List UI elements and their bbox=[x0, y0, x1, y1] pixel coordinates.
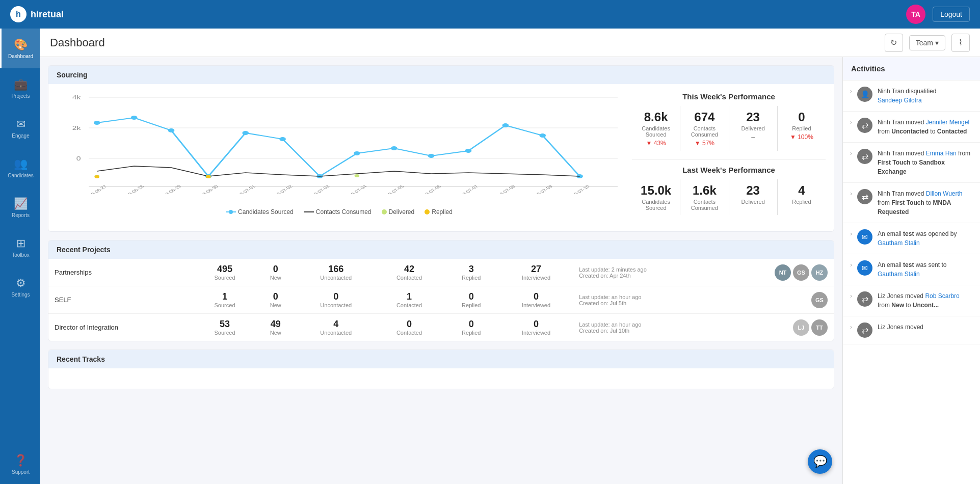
svg-point-38 bbox=[94, 175, 99, 178]
activity-link[interactable]: Rob Scarbro bbox=[925, 292, 959, 300]
activity-item[interactable]: › ⇄ Liz Jones moved Rob Scarbro from New… bbox=[843, 285, 980, 316]
svg-text:2018-06-28: 2018-06-28 bbox=[120, 184, 145, 194]
this-week-candidates-value: 8.6k bbox=[634, 110, 678, 124]
team-dropdown-button[interactable]: Team ▾ bbox=[909, 35, 945, 50]
svg-point-11 bbox=[242, 131, 249, 135]
user-avatar[interactable]: TA bbox=[906, 5, 925, 24]
svg-point-9 bbox=[168, 128, 175, 132]
recent-tracks-card: Recent Tracks bbox=[48, 349, 834, 389]
avatar-nt: NT bbox=[775, 264, 791, 281]
activity-text: An email test was opened by Gautham Stal… bbox=[878, 229, 973, 248]
move-icon: ⇄ bbox=[857, 322, 872, 338]
sidebar-item-projects[interactable]: 💼 Projects bbox=[0, 68, 40, 108]
this-week-delivered: 23 Delivered -- bbox=[729, 106, 778, 151]
page-header: Dashboard ↻ Team ▾ ⌇ bbox=[40, 29, 980, 57]
activity-item[interactable]: › ✉ An email test was sent to Gautham St… bbox=[843, 254, 980, 285]
activity-link[interactable]: Gautham Stalin bbox=[878, 271, 920, 278]
svg-text:4k: 4k bbox=[72, 95, 81, 100]
activity-link[interactable]: Emma Han bbox=[926, 150, 957, 157]
last-week-contacts-value: 1.6k bbox=[682, 183, 726, 198]
svg-text:2018-07-07: 2018-07-07 bbox=[455, 184, 480, 194]
sidebar-label-dashboard: Dashboard bbox=[8, 53, 33, 59]
sidebar-item-settings[interactable]: ⚙ Settings bbox=[0, 267, 40, 307]
this-week-candidates-change: ▼ 43% bbox=[634, 140, 678, 147]
avatar-gs2: GS bbox=[811, 292, 828, 308]
refresh-button[interactable]: ↻ bbox=[885, 34, 903, 52]
activity-item[interactable]: › 👤 Ninh Tran disqualified Sandeep Gilot… bbox=[843, 80, 980, 112]
main-content: Sourcing bbox=[40, 57, 842, 484]
activity-item[interactable]: › ⇄ Ninh Tran moved Jennifer Mengel from… bbox=[843, 112, 980, 143]
settings-icon: ⚙ bbox=[16, 277, 26, 290]
recent-projects-header: Recent Projects bbox=[48, 240, 834, 259]
svg-text:2018-07-02: 2018-07-02 bbox=[269, 184, 294, 194]
svg-text:2018-07-05: 2018-07-05 bbox=[380, 184, 405, 194]
svg-text:2018-07-04: 2018-07-04 bbox=[343, 184, 368, 194]
avatar-hz: HZ bbox=[811, 264, 828, 281]
svg-text:2018-07-06: 2018-07-06 bbox=[417, 184, 442, 194]
expand-icon: › bbox=[850, 88, 852, 105]
legend-delivered: Delivered bbox=[382, 208, 415, 216]
performance-area: This Week's Performance 8.6k CandidatesS… bbox=[632, 92, 826, 223]
table-row: Partnerships 495 Sourced 0 New bbox=[48, 259, 834, 286]
activity-text: Ninh Tran moved Jennifer Mengel from Unc… bbox=[878, 118, 973, 136]
app-logo: h hiretual bbox=[10, 6, 64, 22]
move-icon: ⇄ bbox=[857, 291, 872, 307]
last-week-candidates-value: 15.0k bbox=[634, 183, 678, 198]
expand-icon: › bbox=[850, 150, 852, 176]
logout-button[interactable]: Logout bbox=[933, 7, 970, 22]
activity-link[interactable]: Jennifer Mengel bbox=[926, 119, 969, 126]
sidebar-label-projects: Projects bbox=[11, 93, 30, 99]
self-sourced: 1 Sourced bbox=[195, 286, 255, 314]
partnerships-replied: 3 Replied bbox=[443, 259, 499, 286]
this-week-replied: 0 Replied ▼ 100% bbox=[778, 106, 826, 151]
this-week-contacts-change: ▼ 57% bbox=[682, 140, 726, 147]
this-week-delivered-value: 23 bbox=[731, 110, 775, 124]
projects-icon: 💼 bbox=[14, 78, 28, 91]
self-contacted: 1 Contacted bbox=[375, 286, 443, 314]
sidebar-item-engage[interactable]: ✉ Engage bbox=[0, 108, 40, 148]
sidebar-item-support[interactable]: ❓ Support bbox=[0, 444, 40, 484]
activity-item[interactable]: › ⇄ Ninh Tran moved Dillon Wuerth from F… bbox=[843, 183, 980, 223]
activity-link[interactable]: Sandeep Gilotra bbox=[878, 97, 922, 104]
activities-panel: Activities › 👤 Ninh Tran disqualified Sa… bbox=[842, 57, 980, 484]
legend-replied: Replied bbox=[425, 208, 453, 216]
this-week-candidates: 8.6k CandidatesSourced ▼ 43% bbox=[632, 106, 680, 151]
legend-candidates: Candidates Sourced bbox=[226, 208, 294, 216]
doi-interviewed: 0 Interviewed bbox=[499, 314, 573, 341]
activities-header: Activities bbox=[843, 57, 980, 80]
partnerships-interviewed: 27 Interviewed bbox=[499, 259, 573, 286]
table-row: Director of Integration 53 Sourced 49 Ne… bbox=[48, 314, 834, 341]
activity-link[interactable]: Dillon Wuerth bbox=[926, 190, 963, 197]
svg-text:2018-07-08: 2018-07-08 bbox=[492, 184, 517, 194]
svg-point-17 bbox=[465, 149, 472, 153]
svg-point-37 bbox=[355, 174, 360, 177]
sidebar-item-reports[interactable]: 📈 Reports bbox=[0, 187, 40, 227]
legend-contacts: Contacts Consumed bbox=[304, 208, 372, 216]
chart-toggle-button[interactable]: ⌇ bbox=[951, 34, 970, 52]
this-week-delivered-change: -- bbox=[731, 133, 775, 141]
activity-item[interactable]: › ✉ An email test was opened by Gautham … bbox=[843, 223, 980, 254]
doi-sourced: 53 Sourced bbox=[195, 314, 255, 341]
partnerships-uncontacted: 166 Uncontacted bbox=[297, 259, 375, 286]
person-icon: 👤 bbox=[857, 87, 872, 102]
logo-circle: h bbox=[10, 6, 27, 22]
expand-icon: › bbox=[850, 292, 852, 310]
chat-bubble[interactable]: 💬 bbox=[808, 449, 832, 474]
svg-text:2018-07-10: 2018-07-10 bbox=[566, 184, 591, 194]
svg-point-15 bbox=[391, 146, 398, 150]
doi-replied: 0 Replied bbox=[443, 314, 499, 341]
self-avatars: GS bbox=[717, 286, 834, 314]
activity-item[interactable]: › ⇄ Ninh Tran moved Emma Han from First … bbox=[843, 143, 980, 183]
sidebar-item-candidates[interactable]: 👥 Candidates bbox=[0, 148, 40, 187]
avatar-tt: TT bbox=[811, 319, 828, 336]
this-week-title: This Week's Performance bbox=[632, 92, 826, 101]
activity-item[interactable]: › ⇄ Liz Jones moved bbox=[843, 316, 980, 344]
sidebar-item-dashboard[interactable]: 🎨 Dashboard bbox=[0, 29, 40, 68]
avatar-lj: LJ bbox=[793, 319, 809, 336]
sidebar-item-toolbox[interactable]: ⊞ Toolbox bbox=[0, 227, 40, 267]
sidebar-label-support: Support bbox=[12, 469, 30, 475]
activity-link[interactable]: Gautham Stalin bbox=[878, 239, 920, 247]
self-replied: 0 Replied bbox=[443, 286, 499, 314]
candidates-icon: 👥 bbox=[14, 157, 28, 171]
table-row: SELF 1 Sourced 0 New bbox=[48, 286, 834, 314]
